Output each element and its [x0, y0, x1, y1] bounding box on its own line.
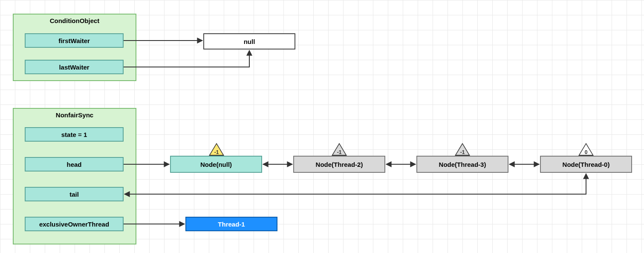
state-label: state = 1 [61, 131, 87, 138]
exclusive-owner-thread-label: exclusiveOwnerThread [39, 221, 109, 228]
queue-node-2: Node(Thread-3) [416, 156, 508, 173]
nonfair-sync-title: NonfairSync [14, 111, 136, 119]
first-waiter-field: firstWaiter [25, 33, 124, 48]
queue-node-3-waitstatus: 0 [585, 149, 588, 155]
queue-node-0-label: Node(null) [200, 161, 232, 168]
owner-thread-box: Thread-1 [185, 217, 277, 231]
last-waiter-label: lastWaiter [59, 64, 89, 71]
queue-node-2-label: Node(Thread-3) [439, 161, 486, 168]
null-box: null [203, 33, 295, 49]
queue-node-1: Node(Thread-2) [293, 156, 385, 173]
null-label: null [244, 38, 255, 45]
queue-node-3-label: Node(Thread-0) [563, 161, 610, 168]
queue-node-0-waitstatus: -1 [214, 149, 219, 155]
queue-node-3: Node(Thread-0) [540, 156, 632, 173]
tail-field: tail [25, 187, 124, 201]
queue-node-2-waitstatus: -1 [460, 149, 465, 155]
last-waiter-field: lastWaiter [25, 60, 124, 74]
owner-thread-label: Thread-1 [218, 221, 245, 228]
queue-node-1-waitstatus: -1 [337, 149, 342, 155]
condition-object-title: ConditionObject [14, 17, 136, 24]
head-field: head [25, 157, 124, 172]
head-label: head [66, 161, 81, 168]
tail-label: tail [69, 191, 79, 198]
exclusive-owner-thread-field: exclusiveOwnerThread [25, 217, 124, 231]
queue-node-1-label: Node(Thread-2) [316, 161, 363, 168]
first-waiter-label: firstWaiter [58, 37, 90, 44]
queue-node-0: Node(null) [170, 156, 262, 173]
state-field: state = 1 [25, 127, 124, 142]
